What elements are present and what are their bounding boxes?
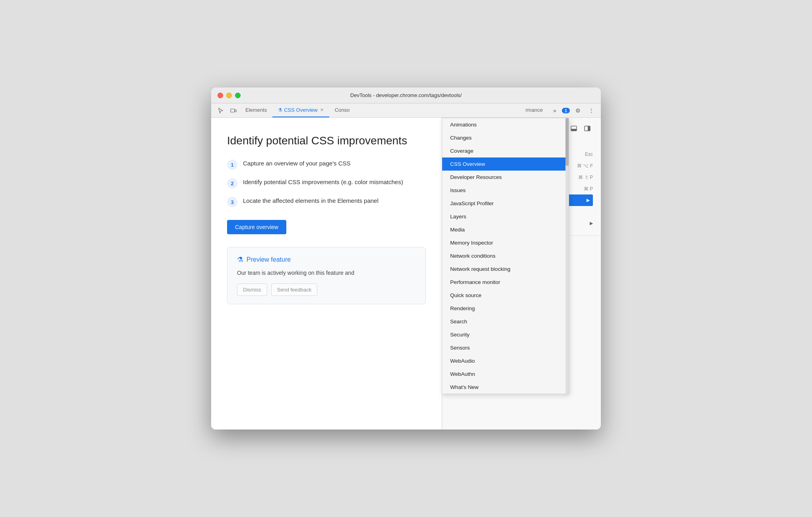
maximize-button[interactable] <box>235 93 241 98</box>
menu-item-security[interactable]: Security <box>442 328 569 341</box>
preview-header: ⚗ Preview feature <box>237 255 416 264</box>
preview-flask-icon: ⚗ <box>237 255 243 264</box>
menu-scrollbar-thumb <box>565 118 569 166</box>
list-item: 2 Identify potential CSS improvements (e… <box>227 178 426 189</box>
close-button[interactable] <box>218 93 223 98</box>
menu-item-search[interactable]: Search <box>442 315 569 328</box>
menu-item-changes[interactable]: Changes <box>442 131 569 144</box>
step-text-3: Locate the affected elements in the Elem… <box>243 196 379 206</box>
menu-item-memory-inspector[interactable]: Memory Inspector <box>442 236 569 249</box>
menu-item-network-request-blocking[interactable]: Network request blocking <box>442 262 569 276</box>
menu-item-developer-resources[interactable]: Developer Resources <box>442 171 569 184</box>
step-number-3: 3 <box>227 197 237 207</box>
page-title: Identify potential CSS improvements <box>227 134 426 148</box>
dismiss-button[interactable]: Dismiss <box>237 284 267 296</box>
menu-item-webaudio[interactable]: WebAudio <box>442 354 569 367</box>
menu-item-js-profiler[interactable]: JavaScript Profiler <box>442 197 569 210</box>
dock-bottom-button[interactable] <box>568 124 579 133</box>
tab-console[interactable]: Conso <box>329 103 355 117</box>
tab-close-button[interactable]: ✕ <box>320 107 324 113</box>
list-item: 3 Locate the affected elements in the El… <box>227 196 426 207</box>
svg-rect-0 <box>231 109 235 112</box>
run-command-shortcut: ⌘ ⇧ P <box>578 175 593 180</box>
dock-right-button[interactable] <box>582 124 593 133</box>
tab-performance[interactable]: rmance <box>520 103 548 117</box>
preview-buttons: Dismiss Send feedback <box>237 284 416 296</box>
menu-item-layers[interactable]: Layers <box>442 210 569 223</box>
flask-icon: ⚗ <box>278 107 282 113</box>
svg-rect-7 <box>571 129 577 131</box>
help-arrow-icon: ▶ <box>590 221 593 226</box>
step-text-1: Capture an overview of your page's CSS <box>243 159 351 168</box>
menu-item-rendering[interactable]: Rendering <box>442 302 569 315</box>
step-number-1: 1 <box>227 159 237 170</box>
menu-item-media[interactable]: Media <box>442 223 569 236</box>
main-area: Identify potential CSS improvements 1 Ca… <box>211 118 601 430</box>
menu-item-animations[interactable]: Animations <box>442 118 569 131</box>
settings-button[interactable]: ⚙ <box>571 105 584 116</box>
menu-item-webauthn[interactable]: WebAuthn <box>442 367 569 381</box>
menu-item-quick-source[interactable]: Quick source <box>442 289 569 302</box>
window-title: DevTools - developer.chrome.com/tags/dev… <box>350 92 462 98</box>
open-file-shortcut: ⌘ P <box>584 186 593 192</box>
menu-item-coverage[interactable]: Coverage <box>442 144 569 157</box>
tab-elements[interactable]: Elements <box>240 103 272 117</box>
more-options-button[interactable]: ⋮ <box>585 105 598 116</box>
left-panel: Identify potential CSS improvements 1 Ca… <box>211 118 442 430</box>
menu-item-css-overview[interactable]: CSS Overview <box>442 157 569 171</box>
more-tools-dropdown: Animations Changes Coverage CSS Overview… <box>442 118 569 394</box>
more-tabs-button[interactable]: » <box>548 105 561 116</box>
issues-badge[interactable]: 1 <box>562 108 570 113</box>
send-feedback-button[interactable]: Send feedback <box>271 284 318 296</box>
traffic-lights <box>218 93 241 98</box>
step-text-2: Identify potential CSS improvements (e.g… <box>243 178 403 187</box>
console-drawer-shortcut: Esc <box>585 152 593 157</box>
preview-card: ⚗ Preview feature Our team is actively w… <box>227 247 426 304</box>
menu-item-issues[interactable]: Issues <box>442 184 569 197</box>
title-bar: DevTools - developer.chrome.com/tags/dev… <box>211 87 601 103</box>
search-shortcut: ⌘ ⌥ F <box>577 163 593 169</box>
menu-item-whats-new[interactable]: What's New <box>442 381 569 394</box>
menu-scrollbar[interactable] <box>565 118 569 394</box>
menu-item-performance-monitor[interactable]: Performance monitor <box>442 276 569 289</box>
more-tools-arrow-icon: ▶ <box>587 198 590 203</box>
svg-rect-9 <box>588 126 590 131</box>
device-toggle-icon[interactable] <box>227 103 240 117</box>
menu-item-network-conditions[interactable]: Network conditions <box>442 249 569 262</box>
tab-bar: Elements ⚗ CSS Overview ✕ Conso rmance »… <box>211 103 601 118</box>
steps-list: 1 Capture an overview of your page's CSS… <box>227 159 426 207</box>
tab-css-overview[interactable]: ⚗ CSS Overview ✕ <box>272 103 329 117</box>
minimize-button[interactable] <box>226 93 232 98</box>
cursor-icon[interactable] <box>214 103 227 117</box>
devtools-window: DevTools - developer.chrome.com/tags/dev… <box>211 87 601 430</box>
menu-item-sensors[interactable]: Sensors <box>442 341 569 354</box>
svg-rect-1 <box>235 110 236 112</box>
tab-right-controls: » 1 ⚙ ⋮ <box>548 103 598 117</box>
preview-title: Preview feature <box>247 256 291 263</box>
step-number-2: 2 <box>227 178 237 189</box>
preview-description: Our team is actively working on this fea… <box>237 269 416 277</box>
capture-overview-button[interactable]: Capture overview <box>227 220 286 234</box>
list-item: 1 Capture an overview of your page's CSS <box>227 159 426 170</box>
devtools-container: Elements ⚗ CSS Overview ✕ Conso rmance »… <box>211 103 601 430</box>
